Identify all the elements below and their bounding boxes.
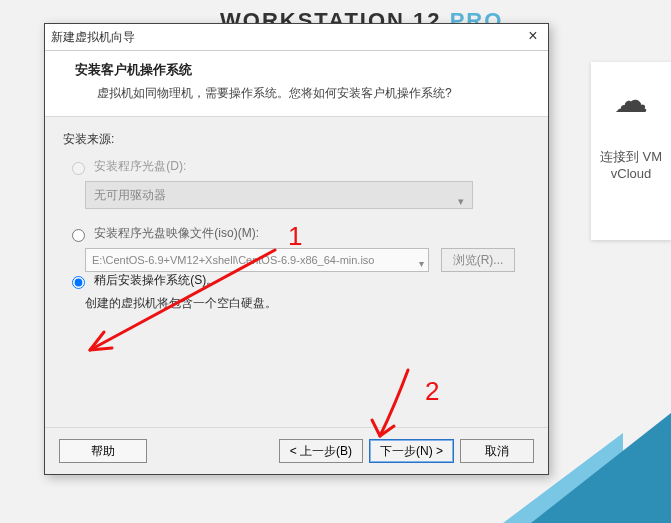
wizard-dialog: 新建虚拟机向导 × 安装客户机操作系统 虚拟机如同物理机，需要操作系统。您将如何… xyxy=(44,23,549,475)
close-icon[interactable]: × xyxy=(524,28,542,46)
radio-disc xyxy=(72,162,85,175)
disc-dropdown: 无可用驱动器 ▾ xyxy=(85,181,473,209)
back-button[interactable]: < 上一步(B) xyxy=(279,439,363,463)
cloud-icon: ☁ xyxy=(591,80,671,120)
option-iso[interactable]: 安装程序光盘映像文件(iso)(M): xyxy=(67,226,259,240)
option-disc[interactable]: 安装程序光盘(D): xyxy=(67,159,186,173)
side-line2: vCloud xyxy=(591,166,671,181)
iso-path-field: E:\CentOS-6.9+VM12+Xshell\CentOS-6.9-x86… xyxy=(85,248,429,272)
help-button[interactable]: 帮助 xyxy=(59,439,147,463)
source-label: 安装来源: xyxy=(63,131,530,148)
chevron-down-icon: ▾ xyxy=(419,253,424,272)
chevron-down-icon: ▾ xyxy=(458,188,464,214)
option-iso-label: 安装程序光盘映像文件(iso)(M): xyxy=(94,226,259,240)
radio-later[interactable] xyxy=(72,276,85,289)
radio-iso[interactable] xyxy=(72,229,85,242)
disc-dropdown-text: 无可用驱动器 xyxy=(94,188,166,202)
dialog-body: 安装来源: 安装程序光盘(D): 无可用驱动器 ▾ 安装程序光盘映像文件(iso… xyxy=(45,117,548,435)
side-card[interactable]: ☁ 连接到 VM vCloud xyxy=(591,62,671,240)
bg-triangle-dark xyxy=(531,413,671,523)
browse-button: 浏览(R)... xyxy=(441,248,515,272)
side-line1: 连接到 VM xyxy=(591,148,671,166)
header-title: 安装客户机操作系统 xyxy=(75,61,530,79)
titlebar: 新建虚拟机向导 × xyxy=(45,24,548,51)
dialog-footer: 帮助 < 上一步(B) 下一步(N) > 取消 xyxy=(45,427,548,474)
dialog-title: 新建虚拟机向导 xyxy=(51,30,135,44)
option-later-label: 稍后安装操作系统(S)。 xyxy=(94,273,218,287)
option-disc-label: 安装程序光盘(D): xyxy=(94,159,186,173)
next-button[interactable]: 下一步(N) > xyxy=(369,439,454,463)
option-later[interactable]: 稍后安装操作系统(S)。 xyxy=(67,273,218,287)
iso-path-text: E:\CentOS-6.9+VM12+Xshell\CentOS-6.9-x86… xyxy=(92,254,374,266)
cancel-button[interactable]: 取消 xyxy=(460,439,534,463)
header-subtitle: 虚拟机如同物理机，需要操作系统。您将如何安装客户机操作系统? xyxy=(97,85,530,102)
later-hint: 创建的虚拟机将包含一个空白硬盘。 xyxy=(85,295,530,312)
dialog-header: 安装客户机操作系统 虚拟机如同物理机，需要操作系统。您将如何安装客户机操作系统? xyxy=(45,51,548,117)
